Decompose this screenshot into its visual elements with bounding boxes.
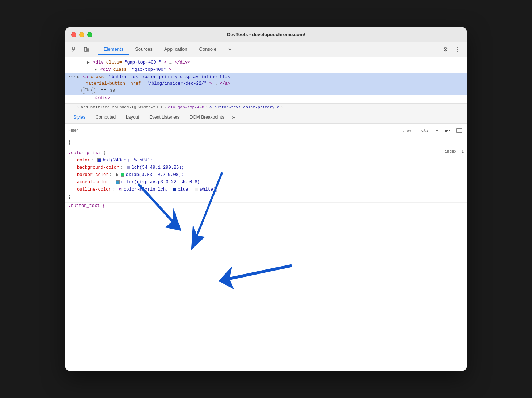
svg-rect-5 <box>445 130 448 131</box>
tab-console[interactable]: Console <box>193 44 223 55</box>
svg-rect-2 <box>84 47 87 51</box>
breadcrumb-div-gap[interactable]: div.gap-top-400 <box>168 105 204 110</box>
color-swatch-color[interactable] <box>97 158 101 162</box>
window-title: DevTools - developer.chrome.com/ <box>227 32 305 37</box>
css-close-brace: } <box>65 137 467 148</box>
expand-border-color-icon[interactable] <box>116 173 119 177</box>
subtab-more[interactable]: » <box>230 111 238 123</box>
css-rule-color-primary: (index):1 .color-prima { color : hsl(240… <box>65 148 467 202</box>
inspect-element-button[interactable] <box>70 45 80 55</box>
tab-more[interactable]: » <box>222 44 236 55</box>
styles-panel: } (index):1 .color-prima { color : hsl(2… <box>65 137 467 371</box>
css-prop-color: color : hsl(240deg % 50%); <box>68 157 464 164</box>
svg-line-1 <box>72 49 74 51</box>
color-swatch-outline[interactable] <box>119 188 122 191</box>
css-prop-outline-color: outline-color : color-mix(in lch, blue, … <box>68 186 464 193</box>
breadcrumb-card[interactable]: ard.hairline.rounded-lg.width-full <box>81 105 162 110</box>
minimize-button[interactable] <box>79 32 84 37</box>
triangle-down-icon: ▼ <box>95 68 97 72</box>
toggle-sidebar-button[interactable] <box>455 126 464 135</box>
tag-open: <div <box>93 60 106 65</box>
tab-elements[interactable]: Elements <box>98 44 129 55</box>
more-options-button[interactable]: ⋮ <box>452 45 462 55</box>
dom-line-1[interactable]: ▶ <div class= "gap-top-400 " > … </div> <box>65 59 467 66</box>
css-selector[interactable]: .color-prima <box>68 149 100 157</box>
device-toggle-button[interactable] <box>81 45 92 55</box>
traffic-lights <box>71 32 92 37</box>
dom-line-3-selected[interactable]: ••• ▶ <a class= "button-text color-prima… <box>65 73 467 95</box>
breadcrumb-ellipsis[interactable]: ... <box>68 105 76 110</box>
new-style-rule-button[interactable] <box>443 126 452 135</box>
breadcrumb-bar: ... › ard.hairline.rounded-lg.width-full… <box>65 104 467 111</box>
dots-indicator: ••• <box>65 74 77 80</box>
dollar-zero: $0 <box>110 88 115 93</box>
subtab-computed[interactable]: Computed <box>90 112 121 123</box>
subtab-dom-breakpoints[interactable]: DOM Breakpoints <box>185 112 230 123</box>
color-swatch-bg[interactable] <box>127 166 130 169</box>
main-tab-nav: Elements Sources Application Console » <box>98 44 439 55</box>
triangle-icon: ▶ <box>87 60 90 65</box>
sub-tabs: Styles Computed Layout Event Listeners D… <box>65 111 467 124</box>
cls-button[interactable]: .cls <box>417 127 431 134</box>
color-swatch-accent[interactable] <box>116 180 120 184</box>
css-prop-border-color: border-color : oklab(0.83 -0.2 0.08); <box>68 171 464 179</box>
css-bottom-snippet: .button_text { <box>65 202 467 209</box>
toolbar-right: ⚙ ⋮ <box>440 45 462 55</box>
toolbar-separator <box>95 46 95 53</box>
svg-rect-8 <box>457 128 462 133</box>
svg-rect-6 <box>445 131 447 132</box>
maximize-button[interactable] <box>87 32 92 37</box>
hov-button[interactable]: :hov <box>400 127 414 134</box>
close-button[interactable] <box>71 32 76 37</box>
color-swatch-border[interactable] <box>121 173 124 177</box>
triangle-right-icon: ▶ <box>77 75 80 79</box>
settings-button[interactable]: ⚙ <box>440 45 451 55</box>
subtab-layout[interactable]: Layout <box>121 112 144 123</box>
filter-bar: :hov .cls + <box>65 124 467 137</box>
devtools-window: DevTools - developer.chrome.com/ Element… <box>65 27 467 371</box>
add-style-button[interactable]: + <box>433 127 440 134</box>
subtab-styles[interactable]: Styles <box>68 112 90 123</box>
dom-line-2[interactable]: ▼ <div class= "gap-top-400" > <box>65 66 467 73</box>
color-swatch-white[interactable] <box>195 188 198 191</box>
dom-tree: ▶ <div class= "gap-top-400 " > … </div> … <box>65 57 467 104</box>
svg-marker-7 <box>448 130 451 131</box>
devtools-container: Elements Sources Application Console » ⚙… <box>65 42 467 371</box>
breadcrumb-a-button[interactable]: a.button-text.color-primary.c <box>209 105 279 110</box>
svg-rect-0 <box>72 47 74 49</box>
titlebar: DevTools - developer.chrome.com/ <box>65 27 467 42</box>
subtab-event-listeners[interactable]: Event Listeners <box>144 112 185 123</box>
breadcrumb-end-ellipsis[interactable]: ... <box>285 105 292 110</box>
dom-line-close[interactable]: </div> <box>65 95 467 102</box>
flex-badge[interactable]: flex <box>81 87 95 94</box>
svg-rect-3 <box>87 49 89 51</box>
color-swatch-blue[interactable] <box>173 188 176 191</box>
svg-rect-4 <box>445 129 449 129</box>
source-ref-1[interactable]: (index):1 <box>442 149 464 154</box>
filter-input[interactable] <box>68 128 397 133</box>
css-prop-accent-color: accent-color : color(display-p3 0.22 46 … <box>68 179 464 186</box>
tab-application[interactable]: Application <box>158 44 193 55</box>
tab-sources[interactable]: Sources <box>129 44 158 55</box>
top-toolbar: Elements Sources Application Console » ⚙… <box>65 42 467 57</box>
css-prop-background-color: background-color : lch(54 49.1 290.25); <box>68 164 464 171</box>
